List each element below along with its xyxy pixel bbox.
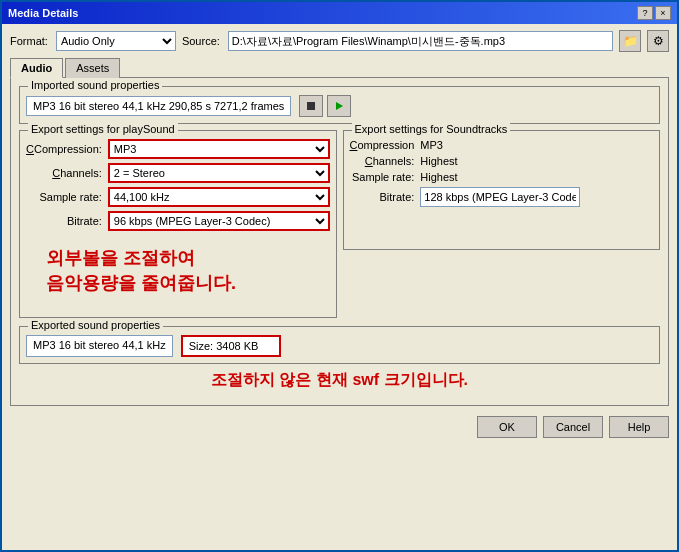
- export-soundtrack-col: Export settings for Soundtracks Compress…: [343, 130, 661, 324]
- imported-sound-legend: Imported sound properties: [28, 79, 162, 91]
- media-controls: [299, 95, 351, 117]
- exported-sound-legend: Exported sound properties: [28, 319, 163, 331]
- format-select[interactable]: Audio Only: [56, 31, 176, 51]
- format-label: Format:: [10, 35, 48, 47]
- compression-select[interactable]: MP3: [108, 139, 330, 159]
- export-playsound-group: Export settings for playSound CCompressi…: [19, 130, 337, 318]
- format-source-row: Format: Audio Only Source: 📁 ⚙: [10, 30, 669, 52]
- svg-marker-1: [336, 102, 343, 110]
- st-sample-rate-label: Sample rate:: [350, 171, 415, 183]
- question-button[interactable]: ?: [637, 6, 653, 20]
- settings-icon-button[interactable]: ⚙: [647, 30, 669, 52]
- window-title: Media Details: [8, 7, 78, 19]
- tab-assets[interactable]: Assets: [65, 58, 120, 78]
- source-label: Source:: [182, 35, 220, 47]
- exported-sound-row: MP3 16 bit stereo 44,1 kHz Size: 3408 KB: [26, 335, 653, 357]
- soundtrack-settings: Compression MP3 Channels: Highest Sample…: [350, 139, 654, 207]
- close-button[interactable]: ×: [655, 6, 671, 20]
- channels-label: Channels:: [26, 167, 102, 179]
- play-button[interactable]: [327, 95, 351, 117]
- stop-button[interactable]: [299, 95, 323, 117]
- bitrate-select[interactable]: 96 kbps (MPEG Layer-3 Codec): [108, 211, 330, 231]
- exported-sound-group: Exported sound properties MP3 16 bit ste…: [19, 326, 660, 364]
- st-sample-rate-value: Highest: [420, 171, 653, 183]
- imported-sound-group: Imported sound properties MP3 16 bit ste…: [19, 86, 660, 124]
- st-compression-value: MP3: [420, 139, 653, 151]
- export-soundtrack-legend: Export settings for Soundtracks: [352, 123, 511, 135]
- korean-bottom-text: 조절하지 않은 현재 swf 크기입니다.: [19, 370, 660, 391]
- svg-rect-0: [307, 102, 315, 110]
- st-compression-label: Compression: [350, 139, 415, 151]
- exported-info: MP3 16 bit stereo 44,1 kHz: [26, 335, 173, 357]
- st-bitrate-value: [420, 187, 580, 207]
- tab-content: Imported sound properties MP3 16 bit ste…: [10, 77, 669, 406]
- channels-select[interactable]: 2 = Stereo: [108, 163, 330, 183]
- tab-bar: Audio Assets: [10, 58, 669, 78]
- main-content: Format: Audio Only Source: 📁 ⚙ Audio Ass…: [2, 24, 677, 412]
- st-bitrate-label: Bitrate:: [350, 191, 415, 203]
- ok-button[interactable]: OK: [477, 416, 537, 438]
- help-button[interactable]: Help: [609, 416, 669, 438]
- bitrate-label: Bitrate:: [26, 215, 102, 227]
- bitrate-row: 96 kbps (MPEG Layer-3 Codec): [108, 211, 330, 231]
- source-input[interactable]: [228, 31, 613, 51]
- title-bar: Media Details ? ×: [2, 2, 677, 24]
- korean-text-area: 외부볼을 조절하여 음악용량을 줄여줍니다.: [26, 231, 330, 311]
- export-columns: Export settings for playSound CCompressi…: [19, 130, 660, 324]
- exported-size: Size: 3408 KB: [181, 335, 281, 357]
- tab-audio[interactable]: Audio: [10, 58, 63, 78]
- korean-text: 외부볼을 조절하여 음악용량을 줄여줍니다.: [46, 246, 236, 296]
- sound-info-text: MP3 16 bit stereo 44,1 kHz 290,85 s 7271…: [26, 96, 291, 116]
- folder-icon-button[interactable]: 📁: [619, 30, 641, 52]
- sample-rate-select[interactable]: 44,100 kHz: [108, 187, 330, 207]
- sample-rate-label: Sample rate:: [26, 191, 102, 203]
- st-channels-label: Channels:: [350, 155, 415, 167]
- footer: OK Cancel Help: [2, 412, 677, 442]
- main-window: Media Details ? × Format: Audio Only Sou…: [0, 0, 679, 552]
- export-playsound-col: Export settings for playSound CCompressi…: [19, 130, 337, 324]
- st-channels-value: Highest: [420, 155, 653, 167]
- compression-label: CCompression:: [26, 143, 102, 155]
- export-soundtrack-group: Export settings for Soundtracks Compress…: [343, 130, 661, 250]
- title-bar-controls: ? ×: [637, 6, 671, 20]
- playsound-settings: CCompression: MP3 Channels: 2 = Stereo S…: [26, 139, 330, 231]
- cancel-button[interactable]: Cancel: [543, 416, 603, 438]
- export-playsound-legend: Export settings for playSound: [28, 123, 178, 135]
